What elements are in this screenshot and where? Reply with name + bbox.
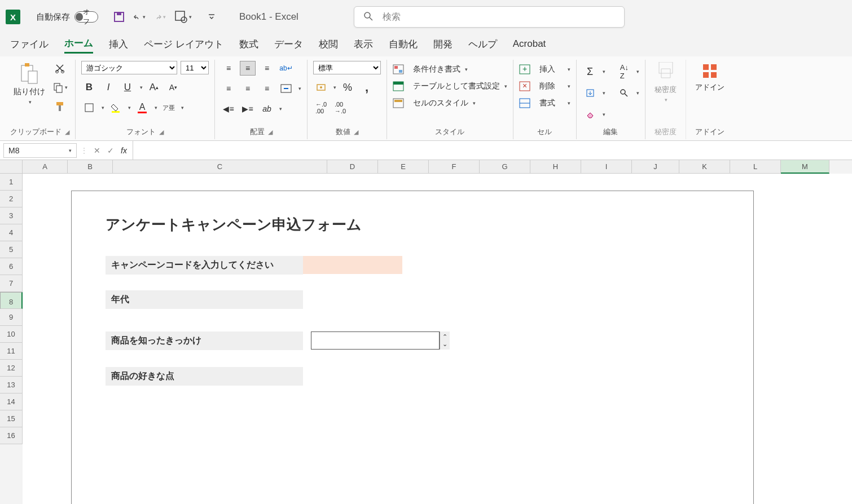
dialog-launcher-icon[interactable]: ◢ (354, 129, 358, 136)
delete-cells-button[interactable]: × 削除 ▾ (519, 81, 570, 91)
select-all-corner[interactable] (0, 160, 23, 174)
phonetic-button[interactable]: ア亜 (161, 100, 177, 115)
col-header-D[interactable]: D (327, 160, 378, 174)
row-header-7[interactable]: 7 (0, 275, 23, 292)
col-header-K[interactable]: K (679, 160, 730, 174)
format-painter-icon[interactable] (52, 99, 68, 114)
row-header-4[interactable]: 4 (0, 224, 23, 241)
align-middle-icon[interactable]: ≡ (240, 61, 256, 76)
col-header-G[interactable]: G (480, 160, 530, 174)
row-header-12[interactable]: 12 (0, 360, 23, 377)
spellcheck-icon[interactable]: ▾ (174, 11, 192, 23)
align-bottom-icon[interactable]: ≡ (259, 61, 275, 76)
row-header-14[interactable]: 14 (0, 394, 23, 410)
cell-styles-button[interactable]: セルのスタイル▾ (393, 98, 476, 108)
row-header-3[interactable]: 3 (0, 207, 23, 224)
row-header-15[interactable]: 15 (0, 410, 23, 427)
align-top-icon[interactable]: ≡ (221, 61, 236, 76)
decrease-indent-icon[interactable]: ◀≡ (221, 101, 236, 116)
increase-indent-icon[interactable]: ▶≡ (240, 101, 256, 116)
format-as-table-button[interactable]: テーブルとして書式設定▾ (393, 81, 507, 91)
listbox-scrollbar[interactable]: ⌃⌄ (440, 331, 450, 350)
copy-icon[interactable]: ▾ (52, 80, 68, 95)
dialog-launcher-icon[interactable]: ◢ (159, 129, 164, 136)
row-header-5[interactable]: 5 (0, 241, 23, 258)
dialog-launcher-icon[interactable]: ◢ (268, 129, 273, 136)
paste-button[interactable]: 貼り付け ▾ (10, 61, 49, 106)
col-header-M[interactable]: M (781, 160, 829, 174)
font-name-select[interactable]: 游ゴシック (81, 61, 177, 74)
row-header-6[interactable]: 6 (0, 258, 23, 275)
enter-formula-icon[interactable]: ✓ (107, 146, 114, 155)
format-cells-button[interactable]: 書式 ▾ (519, 98, 570, 108)
cancel-formula-icon[interactable]: ✕ (94, 146, 100, 155)
number-format-select[interactable]: 標準 (313, 61, 381, 74)
col-header-H[interactable]: H (530, 160, 581, 174)
tab-ページ レイアウト[interactable]: ページ レイアウト (144, 38, 223, 53)
save-icon[interactable] (113, 11, 125, 23)
row-header-2[interactable]: 2 (0, 191, 23, 207)
tab-ファイル[interactable]: ファイル (10, 38, 49, 53)
tab-データ[interactable]: データ (274, 38, 303, 53)
formula-bar[interactable] (133, 141, 852, 160)
merge-cells-icon[interactable] (278, 81, 294, 96)
autosave-toggle[interactable]: 自動保存 オフ (36, 11, 98, 23)
tab-ホーム[interactable]: ホーム (64, 37, 93, 54)
redo-icon[interactable]: ▾ (153, 11, 166, 23)
tab-挿入[interactable]: 挿入 (109, 38, 128, 53)
autosum-icon[interactable]: Σ (582, 64, 598, 79)
row-header-1[interactable]: 1 (0, 174, 23, 191)
find-icon[interactable] (616, 86, 632, 100)
grow-font-button[interactable]: A▴ (146, 80, 162, 95)
row-header-8[interactable]: 8 (0, 292, 23, 309)
align-left-icon[interactable]: ≡ (221, 81, 236, 96)
font-size-select[interactable]: 11 (181, 61, 209, 74)
chevron-down-icon[interactable]: ▾ (69, 148, 72, 153)
increase-decimal-icon[interactable]: ←.0.00 (313, 100, 329, 115)
tab-ヘルプ[interactable]: ヘルプ (468, 38, 497, 53)
col-header-F[interactable]: F (429, 160, 480, 174)
tab-Acrobat[interactable]: Acrobat (513, 38, 546, 52)
source-listbox[interactable] (311, 331, 440, 350)
cut-icon[interactable] (52, 61, 68, 76)
tab-自動化[interactable]: 自動化 (389, 38, 418, 53)
tab-数式[interactable]: 数式 (239, 38, 258, 53)
col-header-J[interactable]: J (632, 160, 679, 174)
bold-button[interactable]: B (81, 80, 97, 95)
wrap-text-icon[interactable]: ab↵ (278, 61, 294, 76)
row-header-10[interactable]: 10 (0, 326, 23, 343)
tab-開発[interactable]: 開発 (433, 38, 453, 53)
shrink-font-button[interactable]: A▾ (165, 80, 181, 95)
italic-button[interactable]: I (100, 80, 116, 95)
tab-校閲[interactable]: 校閲 (319, 38, 338, 53)
row-header-13[interactable]: 13 (0, 377, 23, 394)
percent-icon[interactable]: % (340, 80, 355, 95)
conditional-formatting-button[interactable]: 条件付き書式▾ (393, 64, 468, 74)
col-header-A[interactable]: A (23, 160, 68, 174)
col-header-L[interactable]: L (730, 160, 781, 174)
border-button[interactable] (81, 100, 97, 115)
col-header-B[interactable]: B (68, 160, 113, 174)
undo-icon[interactable]: ▾ (133, 11, 146, 23)
row-header-11[interactable]: 11 (0, 343, 23, 360)
scroll-up-icon[interactable]: ⌃ (442, 333, 447, 341)
align-center-icon[interactable]: ≡ (240, 81, 256, 96)
scroll-down-icon[interactable]: ⌄ (442, 341, 447, 348)
col-header-C[interactable]: C (113, 160, 327, 174)
col-header-E[interactable]: E (378, 160, 429, 174)
row-header-9[interactable]: 9 (0, 309, 23, 326)
sheet-canvas[interactable]: アンケートキャンペーン申込フォーム キャンペーンコードを入力してください 年代 … (23, 174, 852, 504)
orientation-icon[interactable]: ab (259, 101, 275, 116)
dialog-launcher-icon[interactable]: ◢ (65, 129, 69, 136)
toggle-switch[interactable]: オフ (74, 11, 98, 23)
align-right-icon[interactable]: ≡ (259, 81, 275, 96)
campaign-code-input[interactable] (303, 256, 402, 274)
sort-filter-icon[interactable]: A↓Z (616, 64, 632, 79)
name-box[interactable]: M8 ▾ (3, 143, 77, 158)
row-header-16[interactable]: 16 (0, 427, 23, 444)
fx-icon[interactable]: fx (121, 146, 127, 155)
currency-icon[interactable] (313, 80, 329, 95)
decrease-decimal-icon[interactable]: .00→.0 (332, 100, 348, 115)
underline-button[interactable]: U (120, 80, 135, 95)
tab-表示[interactable]: 表示 (354, 38, 373, 53)
